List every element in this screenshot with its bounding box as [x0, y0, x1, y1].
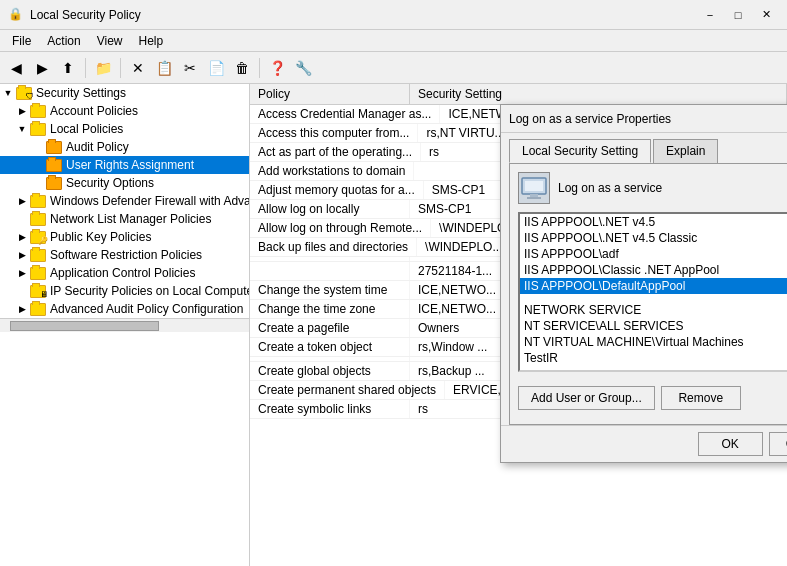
toolbar-sep-2 — [120, 58, 121, 78]
local-folder-icon — [30, 123, 46, 136]
sidebar-item-audit-policy[interactable]: ▶ Audit Policy — [0, 138, 249, 156]
sidebar-item-advanced-audit[interactable]: ▶ Advanced Audit Policy Configuration — [0, 300, 249, 318]
sidebar-item-app-control[interactable]: ▶ Application Control Policies — [0, 264, 249, 282]
root-expand[interactable]: ▼ — [2, 87, 14, 99]
paste-button[interactable]: 🗑 — [230, 56, 254, 80]
app-control-expand[interactable]: ▶ — [16, 267, 28, 279]
cut-button[interactable]: ✂ — [178, 56, 202, 80]
window-title: Local Security Policy — [30, 8, 697, 22]
list-item-spacer — [520, 294, 787, 302]
action-buttons: Add User or Group... Remove — [518, 380, 787, 416]
list-item[interactable]: NETWORK SERVICE — [520, 302, 787, 318]
user-rights-label: User Rights Assignment — [66, 158, 194, 172]
dialog-footer: OK Cancel Apply — [501, 425, 787, 462]
network-list-label: Network List Manager Policies — [50, 212, 211, 226]
sidebar-item-ip-security[interactable]: ▶ IP Security Policies on Local Compute.… — [0, 282, 249, 300]
local-expand[interactable]: ▼ — [16, 123, 28, 135]
app-icon: 🔒 — [8, 7, 24, 23]
list-item[interactable]: IIS APPPOOL\adf — [520, 246, 787, 262]
sidebar-item-security-options[interactable]: ▶ Security Options — [0, 174, 249, 192]
copy-button[interactable]: 📄 — [204, 56, 228, 80]
ok-button[interactable]: OK — [698, 432, 763, 456]
left-panel-hscroll[interactable] — [0, 318, 249, 332]
firewall-expand[interactable]: ▶ — [16, 195, 28, 207]
sidebar-item-public-key[interactable]: ▶ Public Key Policies — [0, 228, 249, 246]
security-options-label: Security Options — [66, 176, 154, 190]
tab-local-security-setting[interactable]: Local Security Setting — [509, 139, 651, 163]
service-icon — [518, 172, 550, 204]
left-panel: ▼ Security Settings ▶ Account Policies ▼… — [0, 84, 250, 566]
firewall-folder-icon — [30, 195, 46, 208]
export-button[interactable]: 🔧 — [291, 56, 315, 80]
dialog-title-bar: Log on as a service Properties ? ✕ — [501, 105, 787, 133]
svg-rect-2 — [530, 194, 538, 197]
sidebar-item-user-rights[interactable]: ▶ User Rights Assignment — [0, 156, 249, 174]
root-folder-icon — [16, 87, 32, 100]
add-user-button[interactable]: Add User or Group... — [518, 386, 655, 410]
advanced-folder-icon — [30, 303, 46, 316]
menu-view[interactable]: View — [89, 32, 131, 50]
window-controls: − □ ✕ — [697, 5, 779, 25]
minimize-button[interactable]: − — [697, 5, 723, 25]
app-control-folder-icon — [30, 267, 46, 280]
security-options-folder-icon — [46, 177, 62, 190]
list-item[interactable]: IIS APPPOOL\Classic .NET AppPool — [520, 262, 787, 278]
cancel-button[interactable]: Cancel — [769, 432, 787, 456]
sidebar-item-software-restriction[interactable]: ▶ Software Restriction Policies — [0, 246, 249, 264]
help-button[interactable]: ❓ — [265, 56, 289, 80]
main-container: ▼ Security Settings ▶ Account Policies ▼… — [0, 84, 787, 566]
sidebar-item-firewall[interactable]: ▶ Windows Defender Firewall with Adva... — [0, 192, 249, 210]
remove-button[interactable]: Remove — [661, 386, 741, 410]
list-item[interactable]: IIS APPPOOL\.NET v4.5 Classic — [520, 230, 787, 246]
menu-action[interactable]: Action — [39, 32, 88, 50]
ip-security-label: IP Security Policies on Local Compute... — [50, 284, 250, 298]
sidebar-item-local-policies[interactable]: ▼ Local Policies — [0, 120, 249, 138]
account-expand[interactable]: ▶ — [16, 105, 28, 117]
account-folder-icon — [30, 105, 46, 118]
back-button[interactable]: ◀ — [4, 56, 28, 80]
sidebar-item-network-list[interactable]: ▶ Network List Manager Policies — [0, 210, 249, 228]
service-list-box[interactable]: IIS APPPOOL\.NET v4.5 IIS APPPOOL\.NET v… — [518, 212, 787, 372]
user-rights-folder-icon — [46, 159, 62, 172]
audit-folder-icon — [46, 141, 62, 154]
list-item[interactable]: NT VIRTUAL MACHINE\Virtual Machines — [520, 334, 787, 350]
svg-rect-3 — [527, 197, 541, 199]
list-item[interactable]: TestIR — [520, 350, 787, 366]
forward-button[interactable]: ▶ — [30, 56, 54, 80]
network-folder-icon — [30, 213, 46, 226]
show-hide-tree-button[interactable]: 📁 — [91, 56, 115, 80]
menu-help[interactable]: Help — [131, 32, 172, 50]
ip-folder-icon — [30, 285, 46, 298]
software-folder-icon — [30, 249, 46, 262]
dialog-tabs: Local Security Setting Explain — [501, 133, 787, 163]
tree-root[interactable]: ▼ Security Settings — [0, 84, 249, 102]
maximize-button[interactable]: □ — [725, 5, 751, 25]
toolbar-sep-1 — [85, 58, 86, 78]
delete-button[interactable]: ✕ — [126, 56, 150, 80]
dialog-overlay: Log on as a service Properties ? ✕ Local… — [250, 84, 787, 566]
app-control-label: Application Control Policies — [50, 266, 195, 280]
audit-policy-label: Audit Policy — [66, 140, 129, 154]
account-policies-label: Account Policies — [50, 104, 138, 118]
right-panel: Policy Security Setting Access Credentia… — [250, 84, 787, 566]
title-bar: 🔒 Local Security Policy − □ ✕ — [0, 0, 787, 30]
tab-explain[interactable]: Explain — [653, 139, 718, 163]
public-key-label: Public Key Policies — [50, 230, 151, 244]
list-item[interactable]: IIS APPPOOL\DefaultAppPool — [520, 278, 787, 294]
dialog-content: Log on as a service IIS APPPOOL\.NET v4.… — [509, 163, 787, 425]
public-key-expand[interactable]: ▶ — [16, 231, 28, 243]
menu-file[interactable]: File — [4, 32, 39, 50]
public-key-folder-icon — [30, 231, 46, 244]
firewall-label: Windows Defender Firewall with Adva... — [50, 194, 250, 208]
close-button[interactable]: ✕ — [753, 5, 779, 25]
local-policies-label: Local Policies — [50, 122, 123, 136]
software-restriction-label: Software Restriction Policies — [50, 248, 202, 262]
list-item[interactable]: NT SERVICE\ALL SERVICES — [520, 318, 787, 334]
up-button[interactable]: ⬆ — [56, 56, 80, 80]
list-item[interactable]: IIS APPPOOL\.NET v4.5 — [520, 214, 787, 230]
menu-bar: File Action View Help — [0, 30, 787, 52]
advanced-expand[interactable]: ▶ — [16, 303, 28, 315]
properties-button[interactable]: 📋 — [152, 56, 176, 80]
sidebar-item-account-policies[interactable]: ▶ Account Policies — [0, 102, 249, 120]
software-expand[interactable]: ▶ — [16, 249, 28, 261]
